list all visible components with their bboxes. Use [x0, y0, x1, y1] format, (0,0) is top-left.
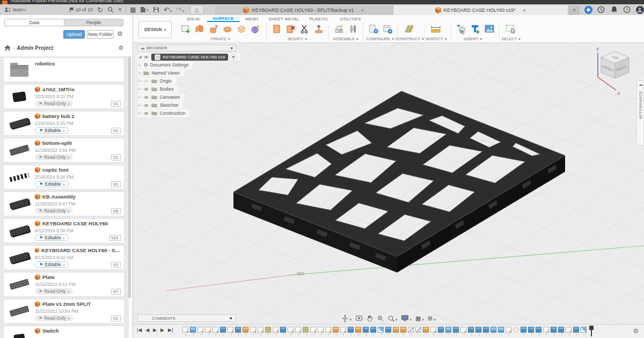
timeline-mirror-feature-icon[interactable] — [303, 327, 309, 333]
access-dropdown[interactable]: ⚑Editable — [35, 181, 69, 187]
timeline-image-feature-icon[interactable] — [498, 327, 504, 333]
file-item-robotics[interactable]: robotics — [3, 57, 125, 82]
timeline-box-feature-icon[interactable] — [558, 327, 564, 333]
collapsed-node-icon[interactable]: ▷ — [138, 71, 141, 75]
play-button[interactable]: ▶ — [153, 327, 157, 333]
search-icon[interactable] — [105, 5, 116, 14]
appearance-panel-collapsed[interactable]: ◀◀ APPEARANCE — [636, 80, 644, 146]
home-tab-button[interactable]: ⌂ — [190, 5, 204, 14]
team-menu[interactable]: team — [2, 5, 28, 14]
timeline-sketch-feature-icon[interactable] — [340, 327, 346, 333]
tab-solid[interactable]: SOLID — [179, 16, 207, 22]
access-dropdown[interactable]: ⚑Read-Only — [35, 315, 73, 321]
tab-utilities[interactable]: UTILITIES — [334, 16, 367, 22]
document-tab-holy60[interactable]: KEYBOARD CASE HOLY60 v19* × — [393, 5, 569, 15]
refresh-icon[interactable]: ↻ — [95, 5, 105, 14]
file-item[interactable]: coptic font 2/19/2024 9:26 PM ⚑EditableV… — [3, 165, 125, 189]
fit-tool[interactable] — [387, 313, 398, 323]
project-name[interactable]: Admin Project — [17, 45, 53, 51]
expand-panel-icon[interactable]: ◀◀ — [639, 83, 642, 86]
file-item[interactable]: a7m2_1MTris 3/23/2023 8:22 PM ⚑Read-Only… — [3, 84, 125, 109]
timeline-box-feature-icon[interactable] — [348, 327, 354, 333]
look-at-tool[interactable] — [355, 315, 362, 321]
close-tab-icon[interactable]: × — [523, 8, 526, 13]
unstitch-icon[interactable] — [284, 23, 297, 35]
timeline-box-feature-icon[interactable] — [370, 327, 376, 333]
insert-group-label[interactable]: INSERT — [455, 36, 491, 41]
sidebar-scrollbar[interactable] — [128, 56, 131, 298]
tab-mesh[interactable]: MESH — [239, 16, 264, 22]
access-dropdown[interactable]: ⚑Editable — [35, 127, 69, 134]
browser-node-origin[interactable]: ▷ Origin — [137, 77, 176, 85]
create-form-icon[interactable] — [249, 23, 262, 35]
project-settings-icon[interactable]: ⚙ — [118, 45, 123, 52]
access-dropdown[interactable]: ⚑Read-Only — [35, 154, 73, 160]
step-forward-button[interactable]: ▶ — [160, 327, 164, 333]
browser-root-node[interactable]: ◢ KEYBOARD CASE HOLY60 v19 ● — [137, 53, 240, 61]
browser-node-bodies[interactable]: ▷ Bodies — [137, 85, 178, 93]
insert-derive-icon[interactable] — [455, 23, 468, 35]
timeline-box-feature-icon[interactable] — [528, 327, 534, 333]
tab-surface[interactable]: SURFACE — [207, 16, 239, 22]
timeline-draft-feature-icon[interactable] — [415, 327, 421, 333]
collapsed-node-icon[interactable]: ▷ — [138, 103, 141, 107]
offset-surface-icon[interactable] — [207, 23, 220, 35]
file-item[interactable]: Switch — [3, 326, 125, 338]
collapsed-node-icon[interactable]: ▷ — [138, 95, 141, 99]
insert-part-icon[interactable] — [469, 23, 482, 35]
extend-icon[interactable] — [312, 23, 325, 35]
version-dropdown[interactable]: V1 — [111, 155, 121, 160]
joint-icon[interactable] — [347, 23, 360, 35]
revolve-icon[interactable] — [221, 23, 234, 35]
file-item[interactable]: bottom-split 11/16/2022 3:56 PM ⚑Read-On… — [3, 138, 125, 163]
timeline-box-feature-icon[interactable] — [573, 327, 579, 333]
timeline-position-marker[interactable] — [589, 326, 594, 336]
expanded-node-icon[interactable]: ◢ — [138, 55, 141, 59]
file-item[interactable]: Plate v1 2mm SPLIT 11/21/2022 10:54 PM ⚑… — [3, 299, 125, 324]
tab-data[interactable]: Data — [5, 19, 64, 26]
job-status-button[interactable]: 10 of 10 — [67, 5, 96, 14]
timeline-draft-feature-icon[interactable] — [408, 327, 414, 333]
new-folder-button[interactable]: New Folder — [87, 30, 114, 39]
grid-settings[interactable]: ▦ — [415, 313, 424, 323]
access-dropdown[interactable]: ⚑Read-Only — [35, 288, 73, 295]
access-dropdown[interactable]: ⚑Read-Only — [35, 100, 73, 107]
collapsed-node-icon[interactable]: ▷ — [138, 87, 141, 91]
file-menu-button[interactable] — [138, 5, 151, 14]
timeline-box-feature-icon[interactable] — [475, 327, 481, 333]
modify-group-label[interactable]: MODIFY — [280, 36, 314, 41]
tab-plastic[interactable]: PLASTIC — [304, 16, 334, 22]
model-viewport[interactable]: ◀◀ BROWSER ● ◢ KEYBOARD CASE HOLY60 v19 … — [133, 43, 644, 324]
timeline-sketch-feature-icon[interactable] — [205, 327, 211, 333]
configuration-icon[interactable] — [367, 23, 380, 35]
access-dropdown[interactable]: ⚑Read-Only — [35, 208, 73, 214]
timeline-loft-feature-icon[interactable] — [243, 327, 248, 333]
version-dropdown[interactable]: V1 — [111, 262, 121, 268]
upload-button[interactable]: Upload — [63, 30, 85, 39]
timeline-settings-gear-icon[interactable]: ⚙ — [633, 327, 639, 335]
job-status-clock-button[interactable] — [597, 6, 605, 14]
step-back-button[interactable]: ◀ — [145, 327, 149, 333]
close-search-icon[interactable]: × — [116, 5, 124, 14]
timeline-image-feature-icon[interactable] — [491, 327, 496, 333]
timeline-box-feature-icon[interactable] — [551, 327, 557, 333]
comments-options-icon[interactable]: ● — [230, 315, 232, 321]
timeline-box-feature-icon[interactable] — [468, 327, 474, 333]
view-cube-body[interactable]: TOP FRONT RIGHT — [601, 52, 629, 78]
home-icon[interactable] — [4, 45, 11, 51]
timeline-box-feature-icon[interactable] — [280, 327, 286, 333]
timeline-sketch-feature-icon[interactable] — [197, 327, 203, 333]
go-to-start-button[interactable]: |◀ — [137, 327, 142, 333]
timeline-loft-feature-icon[interactable] — [355, 327, 361, 333]
help-button[interactable]: ? — [623, 6, 631, 14]
timeline-sketch-feature-icon[interactable] — [295, 327, 301, 333]
file-item[interactable]: battery hub 2 1/29/2024 6:25 PM ⚑Editabl… — [3, 111, 125, 136]
timeline-box-feature-icon[interactable] — [385, 327, 391, 333]
pan-tool[interactable] — [366, 315, 373, 322]
undo-button[interactable]: ↶ — [162, 5, 174, 14]
version-dropdown[interactable]: V7 — [111, 289, 121, 295]
timeline-mirror-feature-icon[interactable] — [265, 327, 271, 333]
access-dropdown[interactable]: ⚑Editable — [35, 261, 69, 268]
timeline-box-feature-icon[interactable] — [536, 327, 541, 333]
timeline-sketch-feature-icon[interactable] — [310, 327, 316, 333]
